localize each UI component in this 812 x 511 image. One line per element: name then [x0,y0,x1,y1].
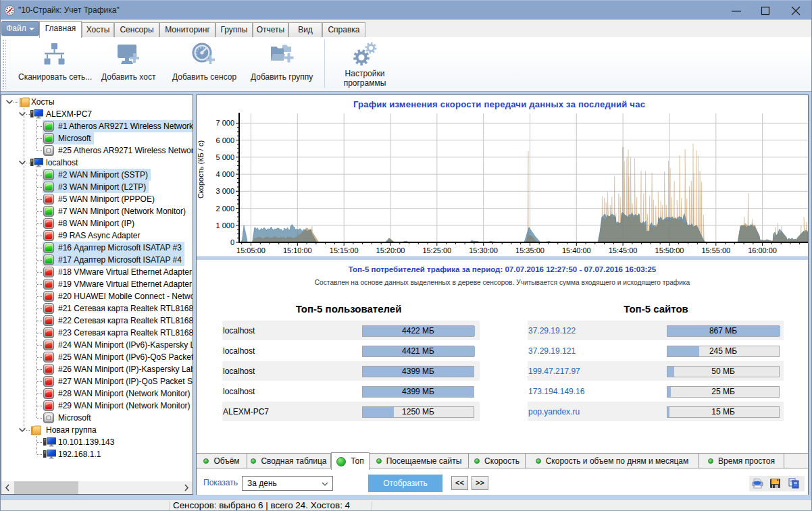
svg-text:0: 0 [230,238,234,246]
svg-text:#18 VMware Virtual Ethernet Ad: #18 VMware Virtual Ethernet Adapter for [58,267,193,277]
svg-text:#1 Atheros AR9271 Wireless Net: #1 Atheros AR9271 Wireless Network Adapt… [58,122,193,131]
svg-text:#9 RAS Async Adapter: #9 RAS Async Adapter [58,231,140,240]
svg-text:15:30:00: 15:30:00 [469,246,498,254]
svg-text:#16 Адаптер Microsoft ISATAP #: #16 Адаптер Microsoft ISATAP #3 [58,243,182,252]
svg-text:3 000: 3 000 [215,187,234,195]
svg-text:Скорость (КБ / с): Скорость (КБ / с) [197,140,205,198]
svg-text:#2 WAN Miniport (SSTP): #2 WAN Miniport (SSTP) [58,170,148,180]
svg-text:16:00:00: 16:00:00 [748,246,777,254]
svg-text:10.101.139.143: 10.101.139.143 [58,437,115,447]
svg-text:5 000: 5 000 [215,153,234,161]
svg-text:#7 WAN Miniport (Network Monit: #7 WAN Miniport (Network Monitor) [58,207,186,216]
svg-text:1 000: 1 000 [215,221,234,230]
svg-text:#25 Atheros AR9271 Wireless Ne: #25 Atheros AR9271 Wireless Network Adap… [58,146,193,155]
svg-text:7 000: 7 000 [215,119,234,127]
svg-text:15:05:00: 15:05:00 [236,246,265,254]
svg-text:15:55:00: 15:55:00 [701,246,730,254]
svg-text:15:50:00: 15:50:00 [655,246,684,254]
svg-text:#25 WAN Miniport (IPv6)-QoS Pa: #25 WAN Miniport (IPv6)-QoS Packet [58,352,193,362]
svg-text:#27 WAN Miniport (IP)-QoS Pack: #27 WAN Miniport (IP)-QoS Packet Sch [58,377,193,386]
svg-text:#20 HUAWEI Mobile Connect - Ne: #20 HUAWEI Mobile Connect - Network [58,292,193,301]
svg-text:#23 Сетевая карта Realtek RTL8: #23 Сетевая карта Realtek RTL8168D/8 [58,328,193,338]
svg-text:4 000: 4 000 [215,170,234,178]
svg-text:localhost: localhost [46,158,78,167]
svg-text:6 000: 6 000 [215,136,234,144]
svg-text:Новая группа: Новая группа [46,425,97,435]
svg-text:#21 Сетевая карта Realtek RTL8: #21 Сетевая карта Realtek RTL8168D/8 [58,304,193,313]
svg-text:15:40:00: 15:40:00 [562,246,591,254]
svg-text:#17 Адаптер Microsoft ISATAP #: #17 Адаптер Microsoft ISATAP #4 [58,255,182,265]
svg-text:15:25:00: 15:25:00 [422,246,451,254]
svg-text:192.168.1.1: 192.168.1.1 [58,450,101,459]
svg-text:#8 WAN Miniport (IP): #8 WAN Miniport (IP) [58,219,134,228]
svg-text:#26 WAN Miniport (IP)-Kaspersk: #26 WAN Miniport (IP)-Kaspersky Lab [58,365,193,374]
svg-text:2 000: 2 000 [215,205,234,213]
svg-text:#29 WAN Miniport (Network Moni: #29 WAN Miniport (Network Monitor) [58,401,191,410]
svg-text:#3 WAN Miniport (L2TP): #3 WAN Miniport (L2TP) [58,182,146,192]
svg-text:15:45:00: 15:45:00 [609,246,638,254]
svg-text:15:35:00: 15:35:00 [515,246,544,254]
svg-text:Хосты: Хосты [31,97,55,107]
svg-text:Microsoft: Microsoft [58,134,91,143]
svg-text:#19 VMware Virtual Ethernet Ad: #19 VMware Virtual Ethernet Adapter for [58,279,193,289]
svg-text:ALEXM-PC7: ALEXM-PC7 [46,109,92,119]
svg-text:Microsoft: Microsoft [58,413,91,423]
svg-text:15:15:00: 15:15:00 [330,246,359,254]
svg-text:15:20:00: 15:20:00 [376,246,405,254]
svg-text:#28 WAN Miniport (Network Moni: #28 WAN Miniport (Network Monitor) [58,389,191,398]
svg-text:#5 WAN Miniport (PPPOE): #5 WAN Miniport (PPPOE) [58,194,155,204]
svg-text:График изменения скорости пере: График изменения скорости передачи данны… [353,99,645,109]
svg-text:#24 WAN Miniport (IPv6)-Kasper: #24 WAN Miniport (IPv6)-Kaspersky Lab [58,340,193,350]
svg-text:15:10:00: 15:10:00 [283,246,312,254]
svg-text:#22 Сетевая карта Realtek RTL8: #22 Сетевая карта Realtek RTL8168D/8 [58,316,193,325]
